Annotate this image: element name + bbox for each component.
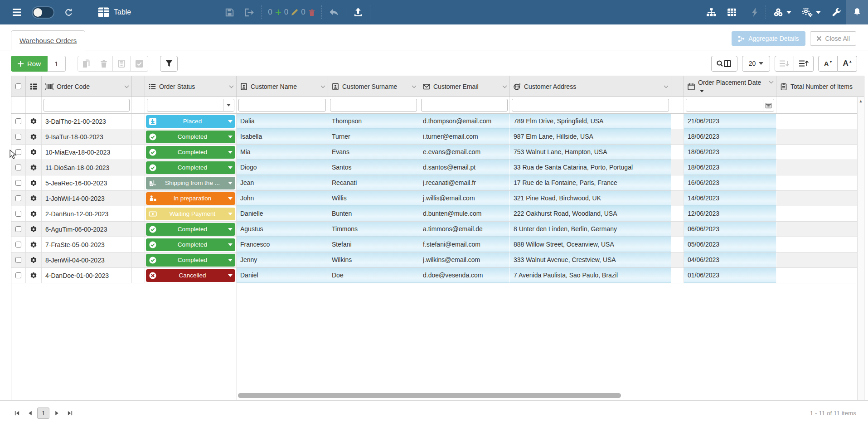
- row-checkbox[interactable]: [15, 180, 21, 186]
- cell-customer-email[interactable]: d.thompson@email.com: [419, 114, 510, 129]
- current-page-button[interactable]: 1: [37, 408, 49, 419]
- cell-order-code[interactable]: 9-IsaTur-18-00-2023: [42, 129, 132, 144]
- cell-customer-surname[interactable]: Doe: [328, 268, 419, 283]
- close-all-button[interactable]: Close All: [810, 31, 856, 46]
- cell-customer-email[interactable]: j.willis@email.com: [419, 191, 510, 206]
- row-settings-button[interactable]: [26, 175, 42, 190]
- sitemap-button[interactable]: [701, 0, 722, 24]
- row-checkbox[interactable]: [15, 195, 21, 201]
- chevron-down-icon[interactable]: [502, 85, 507, 88]
- status-pill-dropdown[interactable]: Completed: [146, 131, 235, 143]
- cell-customer-name[interactable]: Danielle: [237, 206, 328, 221]
- cell-customer-address[interactable]: 17 Rue de la Fontaine, Paris, France: [510, 175, 671, 190]
- cell-customer-name[interactable]: Jenny: [237, 252, 328, 267]
- cell-order-code[interactable]: 7-FraSte-05-00-2023: [42, 237, 132, 252]
- cell-total-items[interactable]: [776, 222, 864, 237]
- cell-customer-name[interactable]: John: [237, 191, 328, 206]
- row-settings-button[interactable]: [26, 114, 42, 129]
- cell-total-items[interactable]: [776, 237, 864, 252]
- cell-order-date[interactable]: 18/06/2023: [684, 160, 776, 175]
- mode-toggle[interactable]: [32, 6, 54, 19]
- notifications-button[interactable]: [846, 0, 868, 24]
- save-button[interactable]: [220, 0, 239, 24]
- cell-customer-email[interactable]: f.stefani@email.com: [419, 237, 510, 252]
- cell-order-date[interactable]: 14/06/2023: [684, 191, 776, 206]
- undo-button[interactable]: [324, 0, 344, 24]
- header-customer-email[interactable]: Customer Email: [419, 76, 510, 97]
- cell-customer-email[interactable]: j.recanati@email.fr: [419, 175, 510, 190]
- upload-button[interactable]: [348, 0, 368, 24]
- header-order-placement-date[interactable]: Order Placement Date: [684, 76, 776, 97]
- filter-status-dropdown-button[interactable]: [223, 99, 234, 111]
- cell-total-items[interactable]: [776, 252, 864, 267]
- filter-customer-address-input[interactable]: [512, 99, 669, 112]
- cell-order-date[interactable]: 21/06/2023: [684, 114, 776, 129]
- add-row-button[interactable]: Row: [11, 56, 48, 72]
- filter-date-input[interactable]: [686, 99, 763, 111]
- cell-customer-email[interactable]: i.turner@email.com: [419, 129, 510, 144]
- cell-total-items[interactable]: [776, 191, 864, 206]
- filter-customer-name-input[interactable]: [238, 99, 326, 112]
- cell-customer-name[interactable]: Daniel: [237, 268, 328, 283]
- cell-customer-email[interactable]: a.timmons@email.de: [419, 222, 510, 237]
- cell-total-items[interactable]: [776, 160, 864, 175]
- header-order-code[interactable]: Order Code: [42, 76, 132, 97]
- cell-order-code[interactable]: 5-JeaRec-16-00-2023: [42, 175, 132, 190]
- cell-customer-surname[interactable]: Evans: [328, 145, 419, 160]
- row-settings-button[interactable]: [26, 206, 42, 221]
- cell-order-code[interactable]: 4-DanDoe-01-00-2023: [42, 268, 132, 283]
- export-button[interactable]: [239, 0, 259, 24]
- cell-customer-name[interactable]: Agustus: [237, 222, 328, 237]
- row-checkbox[interactable]: [15, 226, 21, 232]
- cell-total-items[interactable]: [776, 129, 864, 144]
- horizontal-scrollbar[interactable]: [238, 393, 621, 398]
- row-settings-button[interactable]: [26, 160, 42, 175]
- row-settings-button[interactable]: [26, 252, 42, 267]
- cell-order-date[interactable]: 12/06/2023: [684, 206, 776, 221]
- row-height-increase-button[interactable]: [794, 56, 814, 72]
- calculate-button[interactable]: [113, 56, 131, 72]
- chevron-down-icon[interactable]: [229, 85, 234, 88]
- filter-date-calendar-button[interactable]: [763, 99, 774, 111]
- row-checkbox[interactable]: [15, 211, 21, 217]
- cell-order-code[interactable]: 8-JenWil-04-00-2023: [42, 252, 132, 267]
- page-size-dropdown[interactable]: 20: [742, 56, 770, 72]
- delete-rows-button[interactable]: [95, 56, 113, 72]
- row-settings-button[interactable]: [26, 222, 42, 237]
- filter-order-status-combobox[interactable]: [147, 99, 234, 112]
- cell-customer-surname[interactable]: Wilkins: [328, 252, 419, 267]
- cell-customer-email[interactable]: e.evans@email.com: [419, 145, 510, 160]
- cell-customer-address[interactable]: 33 Rua de Santa Catarina, Porto, Portuga…: [510, 160, 671, 175]
- filter-order-status-input[interactable]: [147, 99, 223, 111]
- status-pill-dropdown[interactable]: Shipping from the ...: [146, 177, 235, 189]
- row-checkbox[interactable]: [15, 257, 21, 263]
- grid-view-button[interactable]: [722, 0, 742, 24]
- hamburger-menu-button[interactable]: [6, 0, 27, 24]
- cell-customer-address[interactable]: 7 Avenida Paulista, Sao Paulo, Brazil: [510, 268, 671, 283]
- cell-customer-surname[interactable]: Willis: [328, 191, 419, 206]
- row-checkbox[interactable]: [15, 242, 21, 247]
- cell-order-date[interactable]: 01/06/2023: [684, 268, 776, 283]
- status-pill-dropdown[interactable]: Completed: [146, 238, 235, 251]
- chevron-down-icon[interactable]: [320, 85, 325, 88]
- cell-customer-surname[interactable]: Thompson: [328, 114, 419, 129]
- filter-button[interactable]: [160, 56, 178, 72]
- header-customer-name[interactable]: Customer Name: [237, 76, 328, 97]
- aggregate-details-button[interactable]: Aggregate Details: [732, 31, 805, 46]
- cell-customer-address[interactable]: 888 Willow Street, Oceanview, USA: [510, 237, 671, 252]
- header-total-items[interactable]: Total Number of Items: [776, 76, 864, 97]
- refresh-button[interactable]: [59, 0, 78, 24]
- cell-order-code[interactable]: 3-DalTho-21-00-2023: [42, 114, 132, 129]
- cell-total-items[interactable]: [776, 114, 864, 129]
- cell-order-code[interactable]: 11-DioSan-18-00-2023: [42, 160, 132, 175]
- filter-customer-surname-input[interactable]: [330, 99, 417, 112]
- row-checkbox[interactable]: [15, 118, 21, 124]
- row-checkbox[interactable]: [15, 134, 21, 140]
- select-all-checkbox[interactable]: [15, 83, 21, 89]
- cell-customer-name[interactable]: Mia: [237, 145, 328, 160]
- status-pill-dropdown[interactable]: In preparation: [146, 192, 235, 205]
- status-pill-dropdown[interactable]: Completed: [146, 254, 235, 267]
- status-pill-dropdown[interactable]: Completed: [146, 223, 235, 236]
- vertical-scrollbar[interactable]: ▲: [857, 97, 864, 400]
- status-pill-dropdown[interactable]: Placed: [146, 115, 235, 128]
